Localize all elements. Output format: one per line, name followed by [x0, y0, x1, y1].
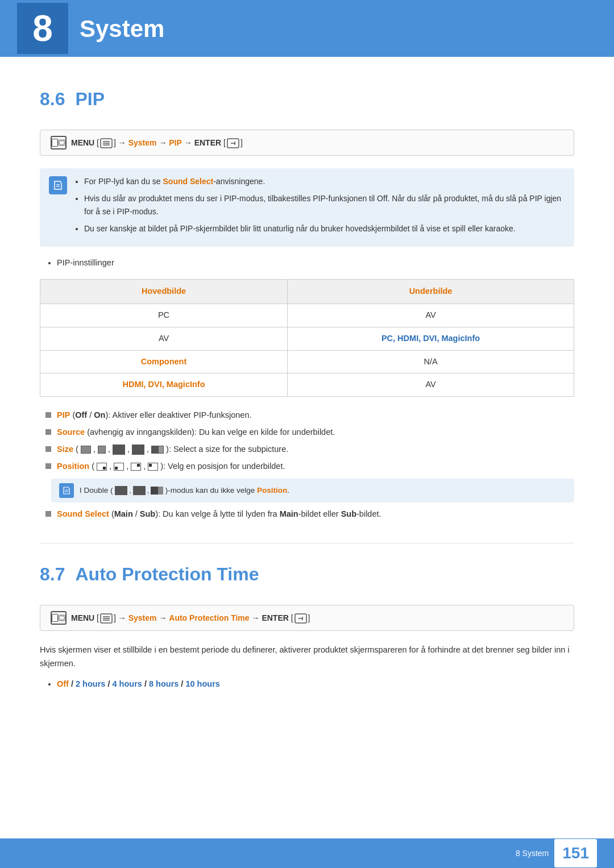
chapter-number: 8	[17, 3, 68, 54]
sound-select-list: Sound Select (Main / Sub): Du kan velge …	[40, 508, 574, 521]
square-bullet-icon	[45, 463, 51, 469]
dbl-icon-2	[133, 486, 146, 495]
table-cell: AV	[40, 327, 288, 350]
table-cell: AV	[288, 373, 574, 397]
auto-options-list: Off / 2 hours / 4 hours / 8 hours / 10 h…	[40, 678, 574, 691]
table-cell: PC, HDMI, DVI, MagicInfo	[288, 327, 574, 350]
menu-icon	[51, 136, 67, 149]
table-cell: HDMI, DVI, MagicInfo	[40, 373, 288, 397]
pip-note-1: For PIP-lyd kan du se Sound Select-anvis…	[84, 175, 565, 188]
pip-item-size: Size ( , , , , ): Select a size for the …	[45, 443, 574, 456]
table-row: AV PC, HDMI, DVI, MagicInfo	[40, 327, 574, 350]
pip-notes-box: For PIP-lyd kan du se Sound Select-anvis…	[40, 168, 574, 247]
position-note-box: I Double ( , , )-modus kan du ikke velge…	[51, 479, 574, 502]
pip-menu-path: MENU [] → System → PIP → ENTER []	[40, 130, 574, 156]
menu-icon-auto	[51, 611, 67, 625]
table-cell: AV	[288, 304, 574, 327]
auto-options-text: Off / 2 hours / 4 hours / 8 hours / 10 h…	[57, 679, 220, 688]
pip-note-3: Du ser kanskje at bildet på PIP-skjermbi…	[84, 222, 565, 235]
size-icons: , , , ,	[81, 443, 164, 456]
chapter-header: 8 System	[0, 0, 614, 57]
pip-note-2: Hvis du slår av produktet mens du ser i …	[84, 192, 565, 218]
auto-menu-path-text: MENU [] → System → Auto Protection Time …	[71, 612, 310, 624]
section-pip-heading: 8.6 PIP	[40, 85, 574, 113]
section-auto-heading: 8.7 Auto Protection Time	[40, 560, 574, 588]
pip-menu-path-text: MENU [] → System → PIP → ENTER []	[71, 137, 243, 149]
main-content: 8.6 PIP MENU [] → System → PIP → ENTER […	[0, 57, 614, 746]
auto-body-text: Hvis skjermen viser et stillbilde i en b…	[40, 643, 574, 670]
size-icon-5	[151, 446, 164, 454]
square-bullet-icon	[45, 446, 51, 452]
table-row: PC AV	[40, 304, 574, 327]
pip-item-position: Position ( , , , ): Velg en posisjon for…	[45, 460, 574, 473]
pos-icon-2	[114, 463, 124, 471]
small-note-icon	[59, 483, 74, 498]
dbl-icon-3	[151, 487, 163, 495]
pip-innstillinger-item: PIP-innstillinger	[57, 257, 574, 269]
pip-item-sound-select: Sound Select (Main / Sub): Du kan velge …	[45, 508, 574, 521]
table-cell: N/A	[288, 350, 574, 373]
footer-page-number: 151	[554, 839, 597, 867]
size-icon-2	[98, 446, 106, 454]
pip-innstillinger-list: PIP-innstillinger	[40, 257, 574, 269]
svg-rect-1	[59, 141, 64, 144]
pip-items-list: PIP (Off / On): Aktiver eller deaktiver …	[40, 409, 574, 473]
auto-options-item: Off / 2 hours / 4 hours / 8 hours / 10 h…	[57, 678, 574, 691]
table-row: Component N/A	[40, 350, 574, 373]
size-icon-4	[132, 445, 144, 455]
position-note-text: I Double ( , , )-modus kan du ikke velge…	[80, 485, 289, 496]
table-cell: PC	[40, 304, 288, 327]
auto-menu-path: MENU [] → System → Auto Protection Time …	[40, 605, 574, 631]
footer-section-label: 8 System	[516, 848, 549, 859]
svg-rect-12	[59, 616, 64, 620]
table-header-sub: Underbilde	[288, 280, 574, 304]
section-pip-title: PIP	[75, 85, 105, 113]
pos-icon-4	[148, 463, 158, 471]
pip-item-pip: PIP (Off / On): Aktiver eller deaktiver …	[45, 409, 574, 422]
table-cell: Component	[40, 350, 288, 373]
square-bullet-icon	[45, 429, 51, 435]
dbl-icons: , ,	[115, 485, 163, 496]
table-row: HDMI, DVI, MagicInfo AV	[40, 373, 574, 397]
table-header-main: Hovedbilde	[40, 280, 288, 304]
section-auto-title: Auto Protection Time	[75, 560, 259, 588]
section-auto-number: 8.7	[40, 560, 65, 588]
pip-notes-content: For PIP-lyd kan du se Sound Select-anvis…	[74, 175, 565, 240]
pip-item-source: Source (avhengig av inngangskilden): Du …	[45, 426, 574, 439]
size-icon-1	[81, 446, 91, 454]
chapter-title: System	[80, 11, 164, 47]
pos-icons: , , ,	[97, 460, 158, 473]
size-icon-3	[113, 445, 125, 455]
dbl-icon-1	[115, 486, 127, 495]
pos-icon-1	[97, 463, 107, 471]
pip-table: Hovedbilde Underbilde PC AV AV PC, HDMI,…	[40, 279, 574, 397]
page-footer: 8 System 151	[0, 838, 614, 868]
note-icon	[49, 176, 67, 194]
square-bullet-icon	[45, 511, 51, 517]
square-bullet-icon	[45, 412, 51, 418]
section-pip-number: 8.6	[40, 85, 65, 113]
section-separator	[40, 543, 574, 543]
pos-icon-3	[131, 463, 141, 471]
